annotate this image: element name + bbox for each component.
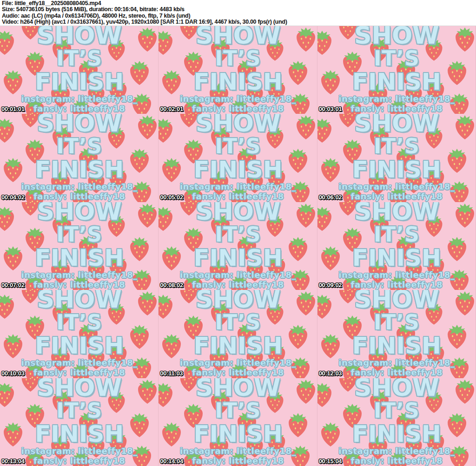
- frame-title-show: SHOW: [354, 26, 439, 47]
- fansly-handle: fansly: littleeffy18: [33, 280, 125, 289]
- frame-title-its: IT’S: [374, 400, 420, 422]
- frame-title-show: SHOW: [196, 114, 281, 135]
- video-info-line: Video: h264 (High) (avc1 / 0x31637661), …: [2, 19, 476, 25]
- video-thumbnail: SHOW IT’S FINISH instagram: littleeffy18…: [159, 290, 317, 378]
- instagram-handle: instagram: littleeffy18_: [338, 182, 455, 191]
- frame-title-finish: FINISH: [35, 246, 124, 270]
- frame-title-its: IT’S: [56, 135, 102, 158]
- timestamp-label: 00:11:03: [160, 370, 183, 377]
- frame-title-finish: FINISH: [352, 158, 441, 182]
- frame-text-overlay: SHOW IT’S FINISH instagram: littleeffy18…: [0, 378, 159, 466]
- frame-text-overlay: SHOW IT’S FINISH instagram: littleeffy18…: [159, 202, 317, 290]
- video-thumbnail: SHOW IT’S FINISH instagram: littleeffy18…: [0, 26, 159, 114]
- timestamp-label: 00:12:03: [319, 370, 342, 377]
- timestamp-label: 00:15:04: [319, 458, 342, 465]
- instagram-handle: instagram: littleeffy18_: [180, 270, 296, 280]
- instagram-handle: instagram: littleeffy18_: [180, 446, 296, 456]
- frame-title-its: IT’S: [215, 47, 261, 70]
- video-thumbnail: SHOW IT’S FINISH instagram: littleeffy18…: [159, 378, 317, 466]
- timestamp-label: 00:05:02: [160, 194, 183, 201]
- frame-text-overlay: SHOW IT’S FINISH instagram: littleeffy18…: [317, 202, 476, 290]
- frame-title-show: SHOW: [196, 378, 281, 400]
- frame-title-its: IT’S: [374, 311, 420, 334]
- timestamp-label: 00:06:02: [319, 194, 342, 201]
- fansly-handle: fansly: littleeffy18: [351, 368, 443, 377]
- audio-info-line: Audio: aac (LC) (mp4a / 0x6134706D), 480…: [2, 13, 476, 19]
- thumbnail-grid: SHOW IT’S FINISH instagram: littleeffy18…: [0, 26, 476, 466]
- frame-title-finish: FINISH: [352, 334, 441, 358]
- frame-title-show: SHOW: [354, 114, 439, 135]
- instagram-handle: instagram: littleeffy18_: [180, 358, 296, 368]
- fansly-handle: fansly: littleeffy18: [192, 191, 284, 201]
- video-thumbnail: SHOW IT’S FINISH instagram: littleeffy18…: [0, 378, 159, 466]
- timestamp-label: 00:10:03: [1, 370, 25, 377]
- frame-title-its: IT’S: [215, 311, 261, 334]
- frame-title-show: SHOW: [354, 378, 439, 400]
- frame-title-finish: FINISH: [193, 246, 282, 270]
- frame-title-show: SHOW: [37, 290, 122, 311]
- frame-title-finish: FINISH: [193, 334, 282, 358]
- video-thumbnail: SHOW IT’S FINISH instagram: littleeffy18…: [317, 202, 476, 290]
- timestamp-label: 00:02:01: [160, 105, 183, 112]
- frame-title-its: IT’S: [374, 135, 420, 158]
- video-thumbnail: SHOW IT’S FINISH instagram: littleeffy18…: [159, 202, 317, 290]
- frame-text-overlay: SHOW IT’S FINISH instagram: littleeffy18…: [0, 202, 159, 290]
- frame-title-show: SHOW: [354, 290, 439, 311]
- video-thumbnail: SHOW IT’S FINISH instagram: littleeffy18…: [0, 202, 159, 290]
- frame-title-finish: FINISH: [193, 158, 282, 182]
- instagram-handle: instagram: littleeffy18_: [21, 270, 138, 280]
- frame-title-show: SHOW: [37, 202, 122, 223]
- fansly-handle: fansly: littleeffy18: [33, 368, 125, 377]
- frame-title-its: IT’S: [56, 47, 102, 70]
- instagram-handle: instagram: littleeffy18_: [338, 446, 455, 456]
- timestamp-label: 00:09:02: [319, 282, 342, 289]
- frame-text-overlay: SHOW IT’S FINISH instagram: littleeffy18…: [317, 114, 476, 202]
- frame-title-finish: FINISH: [35, 422, 124, 446]
- fansly-handle: fansly: littleeffy18: [33, 104, 125, 113]
- frame-text-overlay: SHOW IT’S FINISH instagram: littleeffy18…: [159, 378, 317, 466]
- timestamp-label: 00:01:01: [1, 105, 25, 112]
- instagram-handle: instagram: littleeffy18_: [338, 94, 455, 104]
- frame-title-finish: FINISH: [35, 70, 124, 94]
- timestamp-label: 00:04:02: [1, 194, 25, 201]
- frame-text-overlay: SHOW IT’S FINISH instagram: littleeffy18…: [159, 114, 317, 202]
- video-thumbnail: SHOW IT’S FINISH instagram: littleeffy18…: [159, 114, 317, 202]
- frame-text-overlay: SHOW IT’S FINISH instagram: littleeffy18…: [0, 114, 159, 202]
- frame-title-show: SHOW: [196, 290, 281, 311]
- video-thumbnail: SHOW IT’S FINISH instagram: littleeffy18…: [0, 290, 159, 378]
- frame-title-show: SHOW: [196, 202, 281, 223]
- fansly-handle: fansly: littleeffy18: [192, 104, 284, 113]
- frame-title-its: IT’S: [374, 223, 420, 246]
- timestamp-label: 00:14:04: [160, 458, 183, 465]
- frame-title-show: SHOW: [354, 202, 439, 223]
- fansly-handle: fansly: littleeffy18: [351, 456, 443, 466]
- fansly-handle: fansly: littleeffy18: [351, 191, 443, 201]
- fansly-handle: fansly: littleeffy18: [192, 368, 284, 377]
- frame-text-overlay: SHOW IT’S FINISH instagram: littleeffy18…: [317, 26, 476, 114]
- frame-title-its: IT’S: [56, 223, 102, 246]
- frame-title-finish: FINISH: [352, 70, 441, 94]
- frame-title-finish: FINISH: [352, 422, 441, 446]
- frame-title-finish: FINISH: [193, 70, 282, 94]
- instagram-handle: instagram: littleeffy18_: [338, 270, 455, 280]
- frame-title-its: IT’S: [215, 400, 261, 422]
- instagram-handle: instagram: littleeffy18_: [21, 94, 138, 104]
- frame-title-finish: FINISH: [193, 422, 282, 446]
- frame-title-its: IT’S: [56, 311, 102, 334]
- timestamp-label: 00:07:02: [1, 282, 25, 289]
- frame-text-overlay: SHOW IT’S FINISH instagram: littleeffy18…: [317, 378, 476, 466]
- frame-title-its: IT’S: [56, 400, 102, 422]
- timestamp-label: 00:08:02: [160, 282, 183, 289]
- instagram-handle: instagram: littleeffy18_: [21, 358, 138, 368]
- fansly-handle: fansly: littleeffy18: [351, 104, 443, 113]
- fansly-handle: fansly: littleeffy18: [192, 280, 284, 289]
- timestamp-label: 00:03:01: [319, 105, 342, 112]
- instagram-handle: instagram: littleeffy18_: [180, 94, 296, 104]
- frame-title-show: SHOW: [37, 26, 122, 47]
- frame-text-overlay: SHOW IT’S FINISH instagram: littleeffy18…: [159, 26, 317, 114]
- instagram-handle: instagram: littleeffy18_: [21, 182, 138, 191]
- video-thumbnail: SHOW IT’S FINISH instagram: littleeffy18…: [0, 114, 159, 202]
- file-name-line: File: little_effy18__202508080405.mp4: [2, 0, 476, 7]
- frame-title-its: IT’S: [215, 223, 261, 246]
- video-thumbnail: SHOW IT’S FINISH instagram: littleeffy18…: [159, 26, 317, 114]
